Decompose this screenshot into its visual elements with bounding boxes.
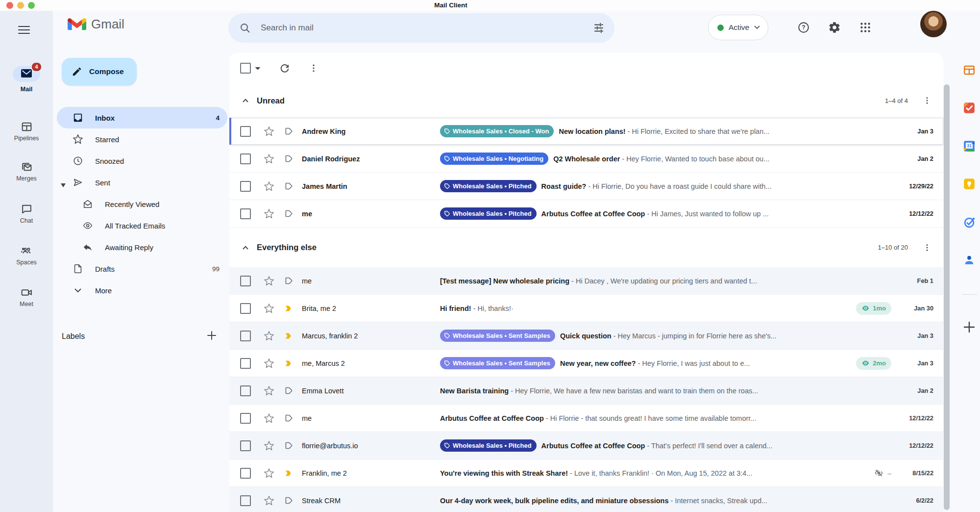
star-icon[interactable] — [264, 126, 274, 137]
star-icon[interactable] — [264, 154, 274, 164]
search-options-icon[interactable] — [588, 17, 610, 39]
star-icon[interactable] — [264, 331, 274, 341]
collapse-section-icon[interactable] — [242, 98, 249, 103]
star-icon[interactable] — [264, 276, 274, 286]
main-menu-icon[interactable] — [18, 25, 30, 35]
window-close-button[interactable] — [6, 2, 13, 9]
row-checkbox[interactable] — [240, 358, 251, 369]
row-checkbox[interactable] — [240, 208, 251, 219]
mail-row[interactable]: Emma LovettNew Barista training - Hey Fl… — [229, 377, 943, 405]
star-icon[interactable] — [264, 208, 274, 219]
pipeline-stage-badge[interactable]: Wholesale Sales • Pitched — [440, 207, 537, 220]
row-checkbox[interactable] — [240, 440, 251, 451]
nav-item-starred[interactable]: Starred — [57, 128, 227, 150]
rail-item-pipelines[interactable]: Pipelines — [0, 121, 53, 142]
google-keep-icon[interactable] — [963, 178, 976, 190]
row-checkbox[interactable] — [240, 468, 251, 479]
search-icon[interactable] — [239, 22, 251, 34]
email-tracking-addon-icon[interactable] — [963, 102, 976, 114]
help-icon[interactable]: ? — [797, 21, 810, 34]
rail-item-chat[interactable]: Chat — [0, 203, 53, 224]
collapse-sent-icon[interactable] — [61, 180, 66, 189]
star-icon[interactable] — [264, 303, 274, 314]
google-calendar-icon[interactable]: 31 — [963, 140, 976, 153]
nav-item-awaiting-reply[interactable]: Awaiting Reply — [57, 236, 227, 258]
importance-marker-icon[interactable] — [283, 468, 294, 478]
row-checkbox[interactable] — [240, 181, 251, 192]
star-icon[interactable] — [264, 495, 274, 506]
pipeline-stage-badge[interactable]: Wholesale Sales • Pitched — [440, 180, 537, 192]
collapse-section-icon[interactable] — [242, 245, 249, 250]
select-dropdown-icon[interactable] — [255, 64, 261, 73]
nav-item-all-tracked-emails[interactable]: All Tracked Emails — [57, 215, 227, 236]
nav-item-sent[interactable]: Sent — [57, 172, 227, 193]
pipeline-stage-badge[interactable]: Wholesale Sales • Sent Samples — [440, 357, 555, 369]
streak-box-icon[interactable] — [283, 495, 294, 506]
row-checkbox[interactable] — [240, 385, 251, 396]
rail-item-spaces[interactable]: Spaces — [0, 245, 53, 266]
rail-item-meet[interactable]: Meet — [0, 286, 53, 307]
pipeline-stage-badge[interactable]: Wholesale Sales • Closed - Won — [440, 125, 554, 137]
star-icon[interactable] — [264, 385, 274, 396]
status-dropdown[interactable]: Active — [708, 15, 768, 40]
row-checkbox[interactable] — [240, 495, 251, 506]
nav-item-recently-viewed[interactable]: Recently Viewed — [57, 193, 227, 215]
mail-row[interactable]: me, Marcus 2Wholesale Sales • Sent Sampl… — [229, 350, 943, 377]
pipeline-stage-badge[interactable]: Wholesale Sales • Negotiating — [440, 153, 548, 165]
window-zoom-button[interactable] — [28, 2, 35, 9]
mail-row[interactable]: Daniel RodriguezWholesale Sales • Negoti… — [229, 145, 943, 173]
google-contacts-icon[interactable] — [963, 254, 976, 266]
row-checkbox[interactable] — [240, 331, 251, 341]
mail-row[interactable]: Andrew KingWholesale Sales • Closed - Wo… — [229, 118, 943, 145]
streak-box-icon[interactable] — [283, 208, 294, 219]
mail-row[interactable]: me[Test message] New wholesale pricing -… — [229, 267, 943, 295]
star-icon[interactable] — [264, 468, 274, 479]
rail-item-merges[interactable]: Merges — [0, 161, 53, 182]
nav-item-snoozed[interactable]: Snoozed — [57, 150, 227, 172]
row-checkbox[interactable] — [240, 276, 251, 286]
streak-pipelines-icon[interactable] — [963, 64, 976, 77]
get-addons-plus-icon[interactable] — [962, 320, 976, 336]
mail-row[interactable]: Streak CRMOur 4-day work week, bulk pipe… — [229, 487, 943, 512]
settings-gear-icon[interactable] — [828, 21, 841, 34]
mail-row[interactable]: meWholesale Sales • PitchedArbutus Coffe… — [229, 200, 943, 228]
star-icon[interactable] — [264, 181, 274, 192]
add-label-icon[interactable] — [207, 331, 217, 342]
star-icon[interactable] — [264, 440, 274, 451]
profile-avatar[interactable] — [920, 11, 947, 37]
star-icon[interactable] — [264, 358, 274, 369]
streak-box-icon[interactable] — [283, 126, 294, 136]
pipeline-stage-badge[interactable]: Wholesale Sales • Sent Samples — [440, 330, 555, 342]
mail-row[interactable]: James MartinWholesale Sales • PitchedRoa… — [229, 173, 943, 200]
more-options-icon[interactable] — [309, 63, 318, 73]
mail-row[interactable]: Franklin, me 2You're viewing this with S… — [229, 460, 943, 487]
search-input[interactable] — [260, 23, 588, 33]
section-more-icon[interactable] — [923, 243, 931, 252]
row-checkbox[interactable] — [240, 154, 251, 164]
streak-box-icon[interactable] — [283, 154, 294, 164]
row-checkbox[interactable] — [240, 303, 251, 314]
mail-row[interactable]: meArbutus Coffee at Coffee Coop - Hi Flo… — [229, 405, 943, 432]
streak-box-icon[interactable] — [283, 276, 294, 286]
select-all-checkbox[interactable] — [240, 63, 251, 74]
importance-marker-icon[interactable] — [283, 358, 294, 368]
nav-item-inbox[interactable]: Inbox 4 — [57, 107, 227, 128]
pipeline-stage-badge[interactable]: Wholesale Sales • Pitched — [440, 439, 537, 452]
streak-box-icon[interactable] — [283, 440, 294, 451]
streak-box-icon[interactable] — [283, 413, 294, 423]
row-checkbox[interactable] — [240, 126, 251, 137]
apps-grid-icon[interactable] — [859, 21, 872, 34]
mail-row[interactable]: Marcus, franklin 2Wholesale Sales • Sent… — [229, 322, 943, 350]
window-minimize-button[interactable] — [17, 2, 24, 9]
section-more-icon[interactable] — [923, 96, 931, 105]
compose-button[interactable]: Compose — [62, 58, 137, 85]
streak-box-icon[interactable] — [283, 385, 294, 396]
rail-item-mail[interactable]: 4 Mail — [0, 66, 53, 93]
row-checkbox[interactable] — [240, 413, 251, 424]
importance-marker-icon[interactable] — [283, 304, 294, 313]
scrollbar[interactable] — [944, 84, 950, 510]
nav-item-drafts[interactable]: Drafts 99 — [57, 258, 227, 280]
star-icon[interactable] — [264, 413, 274, 424]
importance-marker-icon[interactable] — [283, 331, 294, 341]
mail-row[interactable]: Brita, me 2Hi friend! - Hi, thanks!·1moJ… — [229, 295, 943, 322]
